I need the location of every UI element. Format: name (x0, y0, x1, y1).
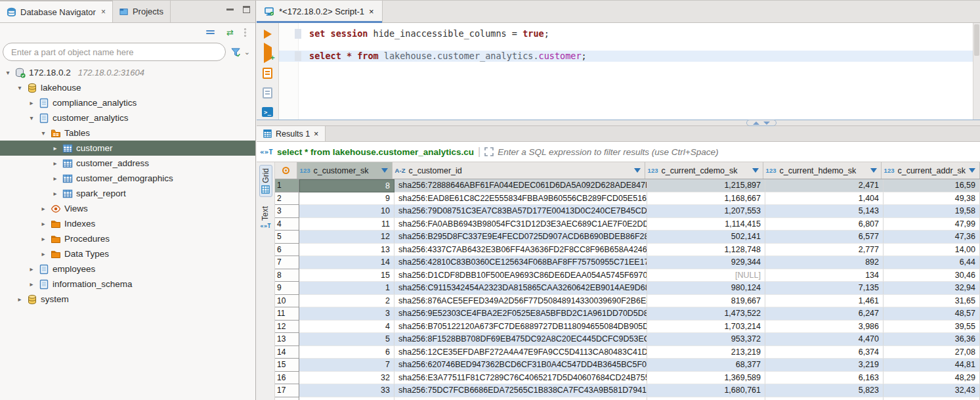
chevron-right-icon[interactable]: ▸ (39, 250, 47, 257)
sort-dropdown-icon[interactable] (634, 168, 641, 173)
row-number[interactable]: 14 (275, 346, 299, 359)
cell-c_current_cdemo_sk[interactable]: 1,369,589 (647, 372, 765, 385)
cell-c_current_cdemo_sk[interactable]: 1,168,667 (647, 192, 765, 206)
cell-c_current_hdemo_sk[interactable]: 4,470 (765, 333, 884, 346)
tree-item-views[interactable]: ▸Views (0, 201, 255, 216)
cell-c_current_addr_sk[interactable]: 16,59 (884, 179, 980, 192)
column-header-c_customer_id[interactable]: A-Zc_customer_id (393, 162, 645, 179)
tab-results-1[interactable]: Results 1 × (257, 126, 326, 141)
cell-c_customer_sk[interactable]: 12 (299, 231, 394, 244)
sql-code-area[interactable]: set session hide_inaccessible_columns = … (279, 23, 973, 120)
cell-c_customer_id[interactable]: sha256:FA0ABB6943B98054FC31D12D3E3AEC689… (394, 218, 647, 231)
row-number[interactable]: 13 (275, 333, 299, 346)
execute-statement-new-tab-icon[interactable]: ＋ (264, 47, 272, 59)
cell-c_current_cdemo_sk[interactable]: 819,667 (647, 295, 765, 308)
cell-c_current_addr_sk[interactable]: 19,58 (884, 205, 980, 218)
cell-c_current_addr_sk[interactable]: 48,29 (884, 372, 980, 385)
cell-c_customer_id[interactable]: sha256:EAD8E61C8C22E555834FBBA9B60556CB2… (394, 192, 647, 206)
row-number[interactable]: 15 (275, 359, 299, 372)
chevron-right-icon[interactable]: ▸ (51, 160, 59, 167)
column-header-c_current_hdemo_sk[interactable]: 123c_current_hdemo_sk (763, 162, 882, 179)
chevron-right-icon[interactable]: ▸ (51, 144, 59, 152)
editor-vertical-scrollbar[interactable] (973, 23, 980, 120)
chevron-down-icon[interactable]: ▾ (39, 129, 47, 137)
cell-c_customer_id[interactable]: sha256:9E52303CE4FBA2E2F0525E8A5BFBD2C1A… (394, 307, 647, 321)
cell-c_customer_sk[interactable]: 1 (299, 282, 394, 295)
cell-c_current_addr_sk[interactable]: 27,08 (884, 346, 980, 359)
table-row[interactable]: 1834sha256:ABEA16E7E1ECBDCA6E01CE1095D84… (275, 397, 980, 400)
chevron-right-icon[interactable]: ▸ (39, 235, 47, 242)
cell-c_current_hdemo_sk[interactable]: 3,219 (765, 359, 884, 372)
cell-c_current_cdemo_sk[interactable]: 1,703,214 (647, 321, 765, 334)
tree-item-customer-address[interactable]: ▸customer_address (0, 156, 255, 171)
row-number[interactable]: 12 (275, 321, 299, 334)
view-text-button[interactable]: Text «»T (259, 204, 272, 232)
cell-c_current_addr_sk[interactable]: 39,55 (884, 321, 980, 334)
tree-item-tables[interactable]: ▾Tables (0, 125, 255, 141)
table-row[interactable]: 18sha256:72888646ABF61FA044EDEC061D6DA5A… (275, 179, 980, 192)
table-row[interactable]: 157sha256:620746BED947362BCD6CF31B0A4C54… (275, 359, 980, 372)
cell-c_current_hdemo_sk[interactable]: 892 (765, 256, 884, 269)
cell-c_current_addr_sk[interactable]: 32,94 (884, 282, 980, 295)
cell-c_current_cdemo_sk[interactable]: 1,680,761 (647, 384, 765, 397)
tree-item-system[interactable]: ▸system (0, 292, 255, 307)
cell-c_customer_sk[interactable]: 15 (299, 269, 394, 282)
row-number[interactable]: 1 (275, 179, 299, 192)
cell-c_customer_id[interactable]: sha256:42810C83B0360CE125634F068BAF8FF75… (394, 256, 647, 269)
table-row[interactable]: 124sha256:B705122120A673FC7DE6889727DB11… (275, 321, 980, 334)
tree-item-spark-report[interactable]: ▸spark_report (0, 186, 255, 201)
cell-c_customer_id[interactable]: sha256:4337C7AB6432E3B06FF4A3636FD2F8CC8… (394, 244, 647, 257)
cell-c_customer_sk[interactable]: 7 (299, 359, 394, 372)
tree-item-indexes[interactable]: ▸Indexes (0, 216, 255, 231)
code-line-2[interactable] (279, 39, 973, 51)
row-number[interactable]: 10 (275, 295, 299, 308)
table-row[interactable]: 146sha256:12CE35EFDABF272A4A47E9FA9CC5D4… (275, 346, 980, 359)
open-sql-console-icon[interactable]: >_ (262, 107, 273, 117)
tree-item-employees[interactable]: ▸employees (0, 261, 255, 277)
cell-c_current_hdemo_sk[interactable]: 1,404 (765, 192, 884, 206)
menu-dots-icon[interactable] (244, 28, 246, 37)
cell-c_customer_sk[interactable]: 4 (299, 321, 394, 334)
cell-c_customer_sk[interactable]: 32 (299, 372, 394, 385)
row-header-corner[interactable] (275, 162, 297, 179)
cell-c_customer_sk[interactable]: 13 (299, 244, 394, 257)
tree-item-customer-analytics[interactable]: ▾customer_analytics (0, 110, 255, 125)
code-line-3[interactable]: select * from lakehouse.customer_analyti… (279, 51, 973, 62)
cell-c_customer_id[interactable]: sha256:B295D8FC337E9E4FECD0725D907ACD6B6… (394, 231, 647, 244)
cell-c_current_hdemo_sk[interactable]: 2,471 (765, 179, 884, 192)
chevron-down-icon[interactable]: ▾ (4, 69, 12, 76)
cell-c_customer_sk[interactable]: 3 (299, 307, 394, 321)
chevron-right-icon[interactable]: ▸ (28, 280, 35, 288)
collapse-down-icon[interactable] (763, 122, 770, 125)
execute-statement-icon[interactable] (264, 30, 272, 39)
cell-c_current_addr_sk[interactable]: 31,65 (884, 295, 980, 308)
tree-item-lakehouse[interactable]: ▾lakehouse (0, 80, 255, 95)
cell-c_customer_sk[interactable]: 10 (299, 205, 394, 218)
code-line-1[interactable]: set session hide_inaccessible_columns = … (279, 28, 973, 39)
close-icon[interactable]: × (369, 7, 374, 16)
sort-dropdown-icon[interactable] (381, 168, 388, 173)
tree-item-information-schema[interactable]: ▸information_schema (0, 277, 255, 292)
cell-c_current_hdemo_sk[interactable]: 5,823 (765, 384, 884, 397)
table-row[interactable]: 411sha256:FA0ABB6943B98054FC31D12D3E3AEC… (275, 218, 980, 231)
table-row[interactable]: 815sha256:D1CDF8DBB10F500EA9693C86DE6DEA… (275, 269, 980, 282)
editor-results-splitter[interactable] (257, 120, 980, 126)
expand-filter-icon[interactable] (484, 147, 494, 156)
table-row[interactable]: 91sha256:C9115342454A2323DA815865CAA3260… (275, 282, 980, 295)
splitter-collapse-widget[interactable] (746, 120, 777, 126)
cell-c_current_hdemo_sk[interactable]: 6,807 (765, 218, 884, 231)
table-row[interactable]: 135sha256:8F1528BB708DF69EB475DC92A8C20E… (275, 333, 980, 346)
cell-c_current_hdemo_sk[interactable]: 3,986 (765, 321, 884, 334)
maximize-icon[interactable] (243, 6, 250, 13)
cell-c_customer_id[interactable]: sha256:C9115342454A2323DA815865CAA326064… (394, 282, 647, 295)
chevron-down-icon[interactable]: ⌄ (244, 48, 250, 56)
row-number[interactable]: 17 (275, 384, 299, 397)
table-row[interactable]: 512sha256:B295D8FC337E9E4FECD0725D907ACD… (275, 231, 980, 244)
cell-c_current_hdemo_sk[interactable]: [NULL] (765, 397, 884, 400)
table-row[interactable]: 29sha256:EAD8E61C8C22E555834FBBA9B60556C… (275, 192, 980, 206)
tree-item-customer-demographics[interactable]: ▸customer_demographics (0, 171, 255, 186)
explain-plan-icon[interactable] (263, 87, 272, 99)
view-grid-button[interactable]: Grid (259, 165, 272, 197)
row-number[interactable]: 16 (275, 372, 299, 385)
cell-c_current_addr_sk[interactable]: 44,81 (884, 359, 980, 372)
